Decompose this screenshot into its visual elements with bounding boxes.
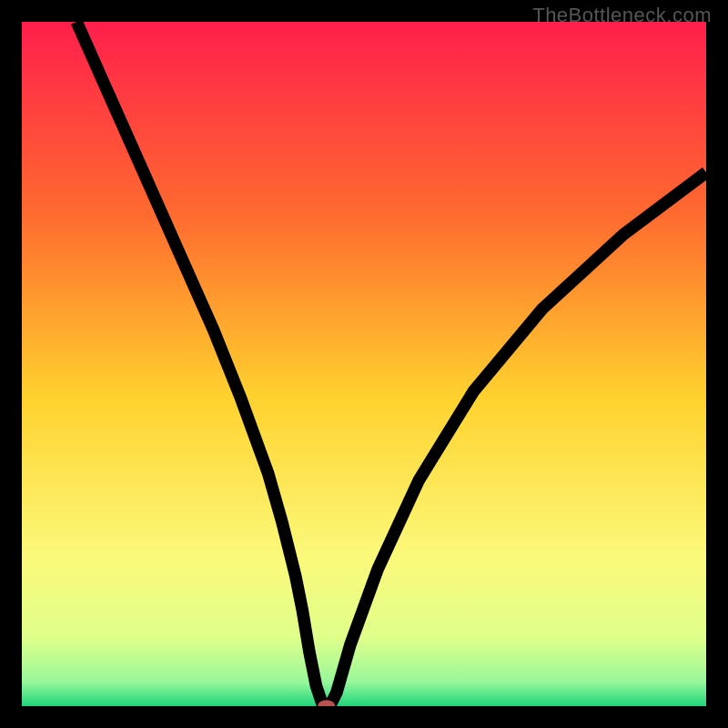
chart-frame: TheBottleneck.com	[0, 0, 728, 728]
watermark-text: TheBottleneck.com	[532, 4, 712, 27]
chart-svg	[22, 22, 706, 706]
plot-area	[22, 22, 706, 706]
